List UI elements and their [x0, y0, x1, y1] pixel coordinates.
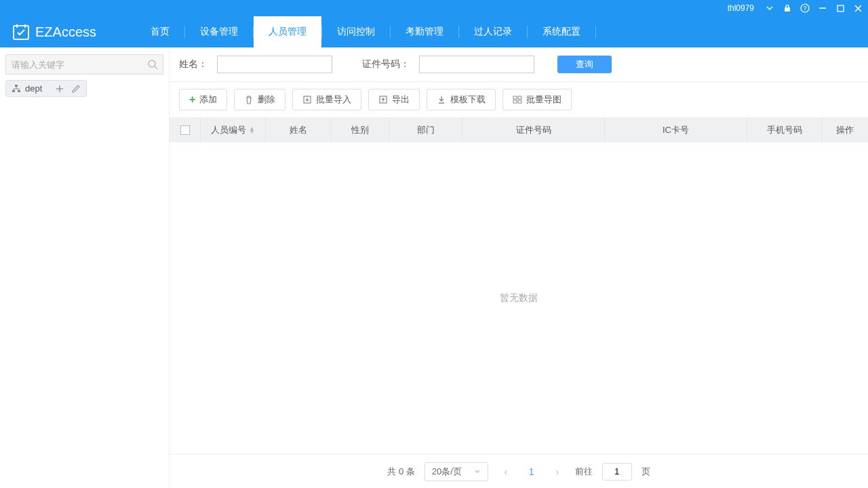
next-page-button[interactable]: ›	[549, 464, 566, 480]
nav-home[interactable]: 首页	[136, 16, 184, 47]
col-checkbox[interactable]	[170, 118, 201, 142]
svg-rect-4	[837, 5, 844, 12]
add-dept-icon[interactable]	[55, 84, 64, 94]
svg-rect-17	[513, 100, 517, 103]
edit-dept-icon[interactable]	[71, 84, 81, 94]
col-name: 姓名	[266, 118, 331, 142]
data-table: 人员编号▲▼ 姓名 性别 部门 证件号码 IC卡号 手机号码 操作 暂无数据	[170, 117, 868, 454]
svg-line-9	[155, 66, 157, 69]
query-button[interactable]: 查询	[557, 56, 612, 73]
template-button[interactable]: 模板下载	[427, 89, 496, 110]
app-logo: EZAccess	[0, 23, 108, 41]
page-number[interactable]: 1	[524, 464, 540, 480]
calendar-check-icon	[12, 23, 30, 41]
toolbar: +添加 删除 批量导入 导出 模板下载 批量导图	[170, 82, 868, 117]
svg-rect-10	[15, 85, 18, 87]
export-button[interactable]: 导出	[368, 89, 420, 110]
close-icon[interactable]	[853, 3, 863, 13]
plus-icon: +	[189, 94, 195, 106]
delete-button[interactable]: 删除	[234, 89, 285, 110]
org-icon	[12, 84, 21, 94]
header: EZAccess 首页 设备管理 人员管理 访问控制 考勤管理 过人记录 系统配…	[0, 16, 868, 47]
minimize-icon[interactable]	[818, 3, 827, 13]
chevron-down-icon	[474, 468, 481, 475]
goto-input[interactable]	[602, 463, 632, 481]
chevron-down-icon[interactable]	[765, 3, 774, 13]
svg-text:?: ?	[803, 5, 806, 12]
nav-sysconfig[interactable]: 系统配置	[528, 16, 595, 47]
cert-field[interactable]	[419, 56, 534, 73]
svg-rect-0	[785, 7, 790, 12]
col-dept: 部门	[389, 118, 462, 142]
import-button[interactable]: 批量导入	[292, 89, 361, 110]
svg-rect-11	[12, 90, 15, 92]
svg-rect-15	[513, 96, 517, 99]
image-grid-icon	[513, 95, 522, 104]
name-label: 姓名：	[179, 58, 208, 70]
search-icon[interactable]	[147, 59, 158, 70]
goto-label: 前往	[575, 466, 593, 478]
nav-device[interactable]: 设备管理	[185, 16, 253, 47]
main-panel: 姓名： 证件号码： 查询 +添加 删除 批量导入 导出 模板下载 批量导图 人员…	[170, 47, 868, 488]
sidebar-search	[5, 54, 163, 75]
maximize-icon[interactable]	[835, 3, 845, 13]
svg-rect-18	[518, 100, 521, 103]
filter-bar: 姓名： 证件号码： 查询	[170, 47, 868, 82]
app-name: EZAccess	[35, 24, 96, 40]
empty-text: 暂无数据	[500, 292, 538, 304]
prev-page-button[interactable]: ‹	[498, 464, 514, 480]
total-text: 共 0 条	[387, 466, 414, 478]
page-size-select[interactable]: 20条/页	[425, 462, 488, 481]
trash-icon	[244, 95, 254, 104]
nav-personnel[interactable]: 人员管理	[254, 16, 321, 47]
search-input[interactable]	[5, 54, 163, 75]
sidebar: dept	[0, 47, 170, 488]
nav-tabs: 首页 设备管理 人员管理 访问控制 考勤管理 过人记录 系统配置	[136, 16, 596, 47]
checkbox-icon[interactable]	[180, 125, 190, 135]
table-header: 人员编号▲▼ 姓名 性别 部门 证件号码 IC卡号 手机号码 操作	[170, 118, 868, 142]
col-id[interactable]: 人员编号▲▼	[201, 118, 266, 142]
svg-rect-16	[518, 96, 521, 99]
user-name: thl0979	[728, 3, 754, 13]
svg-rect-12	[18, 90, 20, 92]
sort-icon: ▲▼	[249, 127, 255, 134]
pagination: 共 0 条 20条/页 ‹ 1 › 前往 页	[170, 454, 868, 488]
tree-root[interactable]: dept	[5, 80, 87, 97]
svg-point-8	[149, 60, 155, 67]
nav-access[interactable]: 访问控制	[322, 16, 390, 47]
add-button[interactable]: +添加	[179, 89, 227, 110]
help-icon[interactable]: ?	[800, 3, 810, 13]
import-icon	[302, 95, 312, 104]
title-bar: thl0979 ?	[0, 0, 868, 16]
tree-root-label: dept	[25, 83, 42, 94]
name-field[interactable]	[217, 56, 332, 73]
table-body: 暂无数据	[170, 142, 868, 454]
export-icon	[378, 95, 388, 104]
col-op: 操作	[822, 118, 868, 142]
nav-passrec[interactable]: 过人记录	[459, 16, 527, 47]
col-ic: IC卡号	[605, 118, 747, 142]
batch-img-button[interactable]: 批量导图	[502, 89, 572, 110]
download-icon	[437, 95, 446, 104]
nav-attendance[interactable]: 考勤管理	[391, 16, 458, 47]
col-sex: 性别	[331, 118, 389, 142]
col-cert: 证件号码	[462, 118, 605, 142]
cert-label: 证件号码：	[362, 58, 410, 70]
goto-suffix: 页	[642, 466, 650, 478]
lock-icon[interactable]	[783, 3, 792, 13]
col-phone: 手机号码	[747, 118, 822, 142]
